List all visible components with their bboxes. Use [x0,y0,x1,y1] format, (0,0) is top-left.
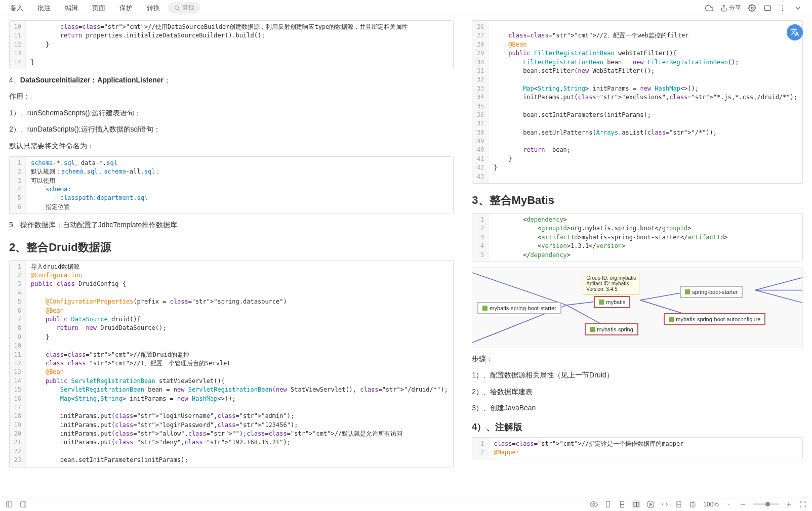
right-page: 262728293031323334353637383940414243 cla… [463,16,812,497]
document-viewport[interactable]: 1011121314 class=class="str">"cmt">//使用D… [0,16,812,497]
heading-druid: 2、整合Druid数据源 [9,240,454,255]
zoom-level[interactable]: 100% [703,501,719,508]
paragraph-data: 2）、runDataScripts();运行插入数据的sql语句； [9,123,454,135]
svg-point-5 [782,5,783,6]
cloud-icon[interactable] [705,4,713,12]
left-page: 1011121314 class=class="str">"cmt">//使用D… [0,16,463,497]
svg-line-1 [178,9,180,10]
code-block-schema: 123456 schema-*.sql、data-*.sql默认规则：schem… [9,156,454,214]
menu-edit[interactable]: 编辑 [59,2,84,15]
svg-point-6 [782,8,783,9]
settings-icon[interactable] [748,4,756,12]
code-block-druid: 1234567891011121314151617181920212223 导入… [9,260,454,467]
node-mybatis: mybatis [594,296,630,308]
play-icon[interactable] [646,500,655,508]
status-bar: 100% [0,497,812,511]
fit-page-icon[interactable] [675,500,683,508]
svg-point-0 [175,6,179,9]
paragraph-steps: 步骤： [472,353,803,364]
zoom-in-icon[interactable] [785,500,793,508]
menu-bar: 备入 批注 编辑 页面 保护 转换 查找 [4,2,200,15]
zoom-out-icon[interactable] [739,500,747,508]
panel-toggle-icon[interactable] [19,500,27,508]
code-block-mapper: 12 class=class="str">"cmt">//指定这是一个操作数据库… [472,437,803,460]
menu-convert[interactable]: 转换 [141,2,166,15]
svg-rect-17 [637,502,639,506]
svg-point-12 [593,503,595,505]
code-block-dependency: 12345 <dependency> <groupId>org.mybatis.… [472,213,803,262]
rotate-icon[interactable] [689,500,697,508]
svg-rect-4 [764,6,770,10]
more-icon[interactable] [779,4,787,12]
menu-insert[interactable]: 备入 [4,2,29,15]
status-right: 100% [590,500,807,508]
svg-rect-10 [21,501,26,507]
heading-mybatis: 3、整合MyBatis [472,193,803,208]
sidebar-toggle-icon[interactable] [5,500,13,508]
search-box[interactable]: 查找 [168,2,200,14]
continuous-icon[interactable] [618,500,626,508]
svg-point-7 [782,10,783,11]
status-left [5,500,27,508]
svg-rect-13 [606,501,610,507]
code-block-datasource: 1011121314 class=class="str">"cmt">//使用D… [9,20,454,69]
fullscreen-icon[interactable] [799,500,807,508]
svg-marker-19 [650,503,652,505]
node-mybatis-spring: mybatis-spring [585,323,638,335]
two-page-icon[interactable] [632,500,640,508]
eye-icon[interactable] [590,500,598,508]
share-label: 分享 [729,4,741,12]
tooltip: Group ID: org.mybatis Artifact ID: mybat… [583,273,639,294]
fit-width-icon[interactable] [661,500,669,508]
search-label: 查找 [182,4,194,12]
svg-rect-16 [634,502,636,506]
node-autoconfigure: mybatis-spring-boot-autoconfigure [664,313,765,325]
heading-annotation: 4）、注解版 [472,421,803,433]
node-starter: mybatis-spring-boot-starter [477,302,561,314]
paragraph-5: 5、操作数据库：自动配置了JdbcTemplate操作数据库 [9,219,454,230]
svg-point-3 [751,7,753,9]
dependency-diagram: Group ID: org.mybatis Artifact ID: mybat… [472,267,803,348]
menu-annotate[interactable]: 批注 [31,2,57,15]
top-toolbar: 备入 批注 编辑 页面 保护 转换 查找 分享 [0,0,812,16]
chat-icon[interactable] [763,4,772,12]
zoom-slider[interactable] [753,503,779,505]
menu-page[interactable]: 页面 [86,2,111,15]
svg-rect-14 [621,501,624,504]
code-block-filter: 262728293031323334353637383940414243 cla… [472,20,803,184]
menu-protect[interactable]: 保护 [113,2,139,15]
step-2: 2）、给数据库建表 [472,386,803,397]
translate-float-button[interactable] [787,24,803,40]
paragraph-role: 作用： [9,91,454,102]
svg-rect-8 [7,501,12,507]
svg-rect-15 [621,504,624,507]
toolbar-right: 分享 [705,4,808,12]
paragraph-schema: 1）、runSchemaScripts();运行建表语句； [9,107,454,118]
step-3: 3）、创建JavaBean [472,402,803,413]
share-icon[interactable]: 分享 [720,4,741,12]
paragraph-default: 默认只需要将文件命名为： [9,140,454,151]
step-1: 1）、配置数据源相关属性（见上一节Druid） [472,369,803,380]
paragraph-4: 4、DataSourceInitializer：ApplicationListe… [9,74,454,86]
search-icon [174,5,180,11]
node-boot-starter: spring-boot-starter [680,286,743,298]
single-page-icon[interactable] [604,500,612,508]
collapse-icon[interactable] [794,4,802,12]
chevron-down-icon[interactable] [725,500,733,508]
